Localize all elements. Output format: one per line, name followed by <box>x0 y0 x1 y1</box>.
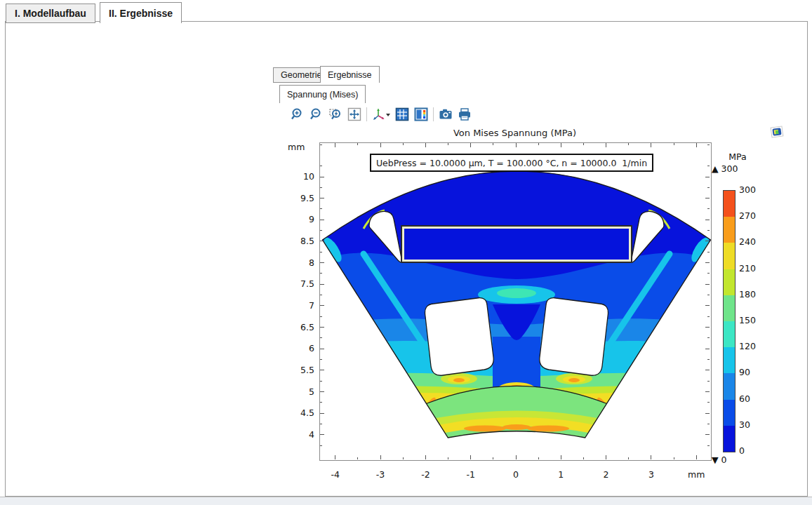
view-orientation-icon[interactable] <box>372 107 390 121</box>
y-minor-tick <box>320 424 322 424</box>
y-tick <box>320 327 324 328</box>
y-minor-tick <box>707 359 710 360</box>
y-minor-tick <box>320 208 322 209</box>
y-tick <box>320 349 324 349</box>
y-minor-tick <box>707 252 710 252</box>
x-tick <box>335 143 335 147</box>
x-tick <box>425 143 426 147</box>
app-window: I. Modellaufbau II. Ergebnisse i Letzte … <box>0 0 812 505</box>
y-tick-label: 9 <box>284 214 314 224</box>
x-tick-label: -4 <box>323 469 348 480</box>
y-tick-label: 10 <box>284 171 314 182</box>
x-tick-label: 0 <box>503 469 528 480</box>
y-tick <box>320 284 324 285</box>
y-tick <box>705 177 710 177</box>
x-tick-label: -1 <box>458 469 484 480</box>
left-pocket-cutout <box>425 298 494 376</box>
tab-ergebnisse[interactable]: Ergebnisse <box>320 66 380 83</box>
zoom-box-icon[interactable] <box>328 107 342 121</box>
x-tick-label: mm <box>684 469 709 480</box>
x-tick <box>425 455 426 459</box>
tab-ergebnisse-main[interactable]: II. Ergebnisse <box>100 2 182 23</box>
colorbar-band <box>724 321 735 347</box>
colorbar-max-label: ▲ 300 <box>712 163 755 174</box>
print-icon[interactable] <box>458 107 472 121</box>
x-minor-tick <box>628 457 629 459</box>
y-minor-tick <box>707 273 710 274</box>
annotation-box: UebPress = 10.0000 µm, T = 100.000 °C, n… <box>370 154 653 172</box>
x-minor-tick <box>448 143 448 145</box>
y-tick-label: 6.5 <box>284 322 314 332</box>
y-tick <box>705 262 710 263</box>
y-tick <box>705 391 710 392</box>
colorbar-band <box>724 347 735 373</box>
x-tick <box>651 455 651 459</box>
x-minor-tick <box>357 457 358 459</box>
y-minor-tick <box>707 381 710 382</box>
y-tick <box>705 198 710 198</box>
legend-icon[interactable] <box>414 107 428 121</box>
x-minor-tick <box>583 457 584 459</box>
x-minor-tick <box>538 143 539 145</box>
right-pocket-cutout <box>540 298 608 376</box>
y-tick <box>320 262 324 263</box>
snapshot-icon[interactable] <box>439 107 453 121</box>
zoom-in-icon[interactable] <box>291 107 305 121</box>
y-tick <box>705 434 710 435</box>
y-tick-label: 7.5 <box>284 278 314 289</box>
x-tick <box>516 143 517 147</box>
colorbar-band <box>724 269 735 295</box>
colorbar-unit: MPa <box>721 152 754 162</box>
x-tick <box>561 143 561 147</box>
grid-icon[interactable] <box>395 107 409 121</box>
x-minor-tick <box>357 143 358 145</box>
tab-spannung-mises[interactable]: Spannung (Mises) <box>279 85 366 103</box>
x-tick-label: -3 <box>368 469 393 480</box>
stress-plot-svg <box>320 143 711 460</box>
y-tick-label: 5.5 <box>284 365 314 375</box>
y-tick <box>705 349 710 349</box>
plot-window-icon[interactable] <box>769 124 785 140</box>
zoom-out-icon[interactable] <box>310 107 324 121</box>
y-tick <box>705 413 710 414</box>
y-minor-tick <box>707 230 710 231</box>
plot-title: Von Mises Spannung (MPa) <box>319 128 710 138</box>
tab-modellaufbau[interactable]: I. Modellaufbau <box>6 4 95 23</box>
y-tick <box>320 305 324 306</box>
stress-field <box>320 143 711 460</box>
y-tick-label: 7 <box>284 300 314 311</box>
colorbar-tick-label: 120 <box>739 341 767 351</box>
x-tick <box>651 143 651 147</box>
y-minor-tick <box>707 295 710 295</box>
colorbar-band <box>724 400 735 426</box>
x-tick <box>335 455 335 459</box>
y-minor-tick <box>707 187 710 188</box>
colorbar-band <box>724 295 735 321</box>
x-tick <box>516 455 517 459</box>
x-tick-label: 2 <box>594 469 619 480</box>
y-minor-tick <box>707 402 710 403</box>
colorbar-tick-label: 60 <box>739 393 767 404</box>
y-tick <box>705 305 710 306</box>
x-tick-label: -2 <box>413 469 438 480</box>
colorbar <box>723 190 736 452</box>
zoom-extents-icon[interactable] <box>347 107 361 121</box>
colorbar-tick-label: 90 <box>739 367 767 377</box>
tab-ergebnisse-main-label: II. Ergebnisse <box>109 8 173 19</box>
colorbar-band <box>724 426 735 452</box>
y-minor-tick <box>320 252 322 252</box>
axis-box[interactable] <box>319 142 712 461</box>
y-tick-label: 4.5 <box>284 408 314 418</box>
y-tick <box>320 413 324 414</box>
x-tick <box>606 455 606 459</box>
y-minor-tick <box>707 208 710 209</box>
y-minor-tick <box>320 445 322 446</box>
x-minor-tick <box>403 143 404 145</box>
y-tick <box>705 284 710 285</box>
y-minor-tick <box>320 381 322 382</box>
window-bottom-strip <box>0 497 812 505</box>
y-tick-label: 4 <box>284 429 314 440</box>
colorbar-tick-label: 150 <box>739 315 767 325</box>
colorbar-tick-label: 180 <box>739 289 767 299</box>
x-tick-label: 1 <box>548 469 573 480</box>
